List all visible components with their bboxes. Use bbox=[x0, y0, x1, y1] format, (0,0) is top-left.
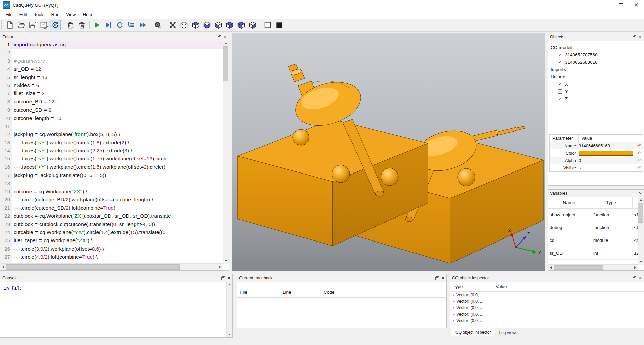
tab-cq-object-inspector[interactable]: CQ object inspector bbox=[451, 328, 495, 336]
code-line[interactable]: 13····.faces("<Y").workplane().circle(1.… bbox=[0, 139, 223, 147]
code-line[interactable]: 12jackplug·=·cq.Workplane("front").box(5… bbox=[0, 130, 223, 138]
code-line[interactable]: 20····.circle(cutcone_BD/2).workplane(of… bbox=[0, 196, 223, 204]
code-line[interactable]: 6nSides·=·6 bbox=[0, 81, 223, 89]
float-panel-icon[interactable] bbox=[633, 192, 636, 195]
undo-icon[interactable]: ↶ bbox=[636, 150, 643, 156]
expand-chevron-icon[interactable]: ▸ bbox=[451, 319, 456, 322]
helper-label[interactable]: Z bbox=[565, 96, 568, 101]
view-top-button[interactable] bbox=[190, 20, 201, 30]
menu-tools[interactable]: Tools bbox=[31, 12, 48, 17]
view-left-button[interactable] bbox=[236, 20, 247, 30]
editor-horizontal-scrollbar[interactable] bbox=[0, 263, 223, 270]
open-file-button[interactable] bbox=[16, 20, 26, 30]
code-line[interactable]: 1import·cadquery·as·cq bbox=[0, 41, 223, 49]
undo-icon[interactable]: ↶ bbox=[636, 158, 643, 163]
scrollbar-thumb[interactable] bbox=[638, 203, 643, 223]
visible-checkbox[interactable] bbox=[579, 166, 583, 170]
inspector-row[interactable]: ▸Vector: (0.0, ... bbox=[450, 311, 644, 317]
variables-vertical-scrollbar[interactable] bbox=[638, 197, 644, 265]
shaded-button[interactable] bbox=[274, 20, 284, 30]
close-panel-icon[interactable]: × bbox=[639, 34, 642, 39]
close-panel-icon[interactable]: × bbox=[224, 34, 227, 39]
checkbox[interactable] bbox=[558, 53, 562, 57]
close-panel-icon[interactable]: × bbox=[639, 276, 642, 280]
console-input-area[interactable]: In [1]: bbox=[0, 282, 227, 337]
code-line[interactable]: 18 bbox=[0, 180, 223, 188]
view-right-button[interactable] bbox=[247, 20, 258, 30]
scroll-left-icon[interactable] bbox=[548, 265, 554, 270]
code-line[interactable]: 19cutcone·=·cq.Workplane("ZX")·\ bbox=[0, 188, 223, 196]
menu-help[interactable]: Help bbox=[79, 12, 95, 17]
scroll-up-icon[interactable] bbox=[223, 41, 229, 46]
scroll-up-icon[interactable] bbox=[227, 282, 232, 287]
code-line[interactable]: 21····.circle(cutcone_SD/2).loft(combine… bbox=[0, 204, 223, 212]
close-panel-icon[interactable]: × bbox=[639, 191, 642, 196]
scroll-left-icon[interactable] bbox=[0, 264, 6, 270]
continue-button[interactable] bbox=[137, 20, 148, 30]
variable-row[interactable]: debugfunction<f bbox=[548, 221, 638, 234]
tree-group-cq-models[interactable]: CQ models bbox=[548, 44, 644, 51]
inspector-row[interactable]: ▸Vector: (0.0, ... bbox=[450, 298, 644, 304]
save-button[interactable] bbox=[27, 20, 38, 30]
float-panel-icon[interactable] bbox=[218, 35, 221, 39]
screenshot-button[interactable] bbox=[152, 20, 163, 30]
undo-icon[interactable]: ↶ bbox=[636, 165, 643, 170]
scrollbar-thumb[interactable] bbox=[6, 264, 180, 270]
cq-model-label[interactable]: 3140652683616 bbox=[565, 60, 598, 65]
checkbox[interactable] bbox=[558, 60, 562, 64]
code-line[interactable]: 2 bbox=[0, 49, 223, 57]
code-line[interactable]: 8cutcone_BD·=·12 bbox=[0, 98, 223, 106]
code-line[interactable]: 22cutblock·=·cq.Workplane("ZX").box(sr_O… bbox=[0, 212, 223, 220]
expand-chevron-icon[interactable]: ▸ bbox=[451, 312, 456, 316]
toolbar-drag-handle[interactable] bbox=[1, 20, 3, 30]
code-line[interactable]: 27····.circle(4.9/2).loft(combine=True)·… bbox=[0, 253, 223, 261]
scrollbar-thumb[interactable] bbox=[554, 265, 603, 270]
scroll-down-icon[interactable] bbox=[223, 258, 229, 264]
inspector-row[interactable]: ▸Vector: (0.0, ... bbox=[450, 292, 644, 298]
code-line[interactable]: 5sr_lenght·=·13 bbox=[0, 73, 223, 81]
color-swatch[interactable] bbox=[579, 151, 633, 156]
fit-view-button[interactable] bbox=[167, 20, 178, 30]
variable-row[interactable]: show_objectfunction<f bbox=[548, 209, 638, 221]
menu-edit[interactable]: Edit bbox=[16, 12, 31, 17]
delete-all-button[interactable] bbox=[76, 20, 87, 30]
menu-view[interactable]: View bbox=[63, 12, 79, 17]
code-line[interactable]: 4sr_OD·=·12 bbox=[0, 65, 223, 73]
view-back-button[interactable] bbox=[224, 20, 235, 30]
tree-group-helpers[interactable]: Helpers bbox=[548, 73, 644, 80]
code-line[interactable]: 23cutblock·=·cutblock.cut(cutcone).trans… bbox=[0, 220, 223, 228]
float-panel-icon[interactable] bbox=[435, 276, 439, 280]
variable-row[interactable]: sr_ODint12 bbox=[548, 247, 638, 260]
tree-group-imports[interactable]: Imports bbox=[548, 66, 644, 73]
delete-current-button[interactable] bbox=[65, 20, 76, 30]
code-line[interactable]: 10cutcone_length·=·10 bbox=[0, 114, 223, 122]
checkbox[interactable] bbox=[558, 97, 562, 101]
tab-log-viewer[interactable]: Log viewer bbox=[495, 329, 523, 336]
code-line[interactable]: 11 bbox=[0, 122, 223, 130]
code-line[interactable]: 16····.faces("<Y").workplane().circle(1.… bbox=[0, 163, 223, 171]
close-panel-icon[interactable]: × bbox=[228, 276, 230, 280]
maximize-button[interactable] bbox=[613, 0, 629, 10]
close-button[interactable]: ✕ bbox=[629, 0, 644, 10]
code-line[interactable]: 9cutcone_SD·=·2 bbox=[0, 106, 223, 114]
code-line[interactable]: 17jackplug·=·jackplug.translate((0,·6,·1… bbox=[0, 171, 223, 179]
menu-file[interactable]: File bbox=[2, 12, 16, 17]
scroll-down-icon[interactable] bbox=[638, 259, 644, 265]
scroll-right-icon[interactable] bbox=[632, 265, 638, 270]
editor-vertical-scrollbar[interactable] bbox=[223, 41, 229, 264]
minimize-button[interactable] bbox=[598, 0, 613, 10]
float-panel-icon[interactable] bbox=[633, 276, 636, 280]
scroll-down-icon[interactable] bbox=[227, 332, 232, 337]
scrollbar-thumb[interactable] bbox=[223, 46, 228, 81]
step-button[interactable] bbox=[126, 20, 137, 30]
view-iso-button[interactable] bbox=[179, 20, 190, 30]
parameter-value[interactable]: 3140646685160 bbox=[579, 143, 610, 148]
cq-model-label[interactable]: 3140652707568 bbox=[565, 52, 598, 57]
inspector-row[interactable]: ▸Vector: (0.0, ... bbox=[450, 317, 644, 324]
code-line[interactable]: 15····.faces("<Y").workplane().circle(1.… bbox=[0, 155, 223, 163]
checkbox[interactable] bbox=[558, 82, 562, 86]
float-panel-icon[interactable] bbox=[633, 35, 636, 39]
code-editor[interactable]: 1import·cadquery·as·cq23#·parameters4sr_… bbox=[0, 41, 223, 264]
code-line[interactable]: 7fillet_size·=·2 bbox=[0, 89, 223, 97]
variables-horizontal-scrollbar[interactable] bbox=[548, 264, 638, 270]
